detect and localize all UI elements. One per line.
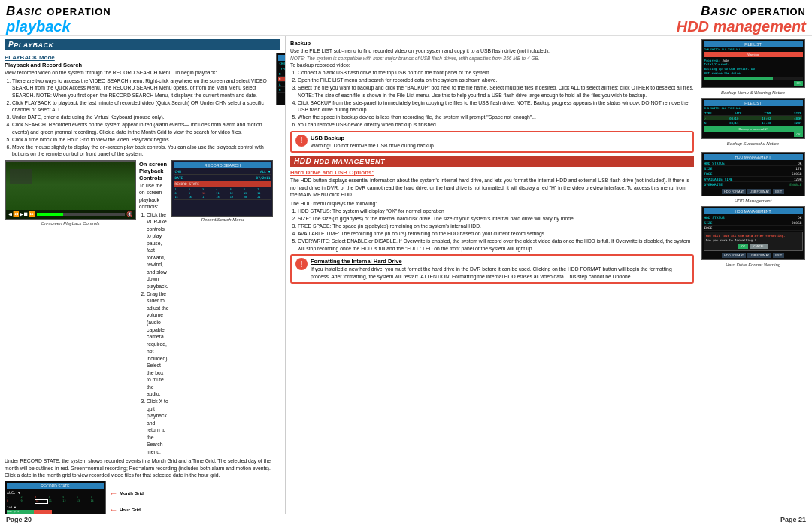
header-right: BASIC OPERATION HDD management [677,3,806,34]
playback-step-6: Move the mouse slightly to display the o… [12,144,273,158]
backup-success-bar: Backup is successful! [704,126,803,132]
backup-step-2: Open the FILE LIST menu and search for r… [298,77,694,84]
hdd-exit-btn2[interactable]: EXIT [773,253,784,258]
hdd-section-header: HDD HDD Management [290,156,694,167]
menu-title: RECORD SEARCH [174,162,271,168]
left-header-title: BASIC OPERATION [6,3,111,19]
backup-menu-label: Backup Menu & Warning Notice [721,90,785,95]
backup-progress-fill [704,77,773,80]
progress-bar[interactable] [37,213,125,216]
menu-row-3: RECORD STATE [174,181,271,187]
format-warning-icon: ! [295,258,308,270]
hdd-format-screen: HDD MANAGEMENT HDD STATUSOK SIZE260GB FR… [701,206,805,260]
mute-button[interactable]: 🔇 [126,211,133,217]
onscreen-step-2: Drag the slider to adjust the volume (au… [147,290,168,398]
playback-step-5: Click a time block in the Hour Grid to v… [12,136,273,144]
backup-success-btn-row: OK [704,132,803,137]
record-state-note: Under RECORD STATE, the system shows rec… [5,457,273,479]
page-footer: Page 20 Page 21 [0,514,812,525]
playback-screen-container: 07/07/2011 16:00:26 ⏮ ⏪ ▶ ⏹ ⏩ [5,160,136,227]
hdd-display-3: FREE SPACE: The space (in gigabytes) rem… [298,223,694,230]
hdd-format-btn-row: HDD FORMAT USB FORMAT EXIT [704,253,803,258]
playback-step-2: Click PLAYBACK to playback the last minu… [12,99,273,114]
playback-section-header: PPlayback [5,39,280,50]
fl-row-2: N08/1014:30320M [278,77,286,82]
menu-row-1: CHNALL ▼ [174,169,271,175]
playback-intro: View recorded video on the system throug… [5,69,273,77]
hdd-usb-btn2[interactable]: USB FORMAT [747,253,771,258]
backup-step-4: Click BACKUP from the side-panel to imme… [298,99,694,114]
hdd-display-5: OVERWRITE: Select ENABLE or DISABLE. If … [298,238,694,252]
playback-screen: 07/07/2011 16:00:26 ⏮ ⏪ ▶ ⏹ ⏩ [5,160,136,220]
hdd-free-row: FREE500GB [704,171,803,177]
playback-step-1: There are two ways to access the VIDEO S… [12,77,273,99]
file-list-screen: FILE LIST CHN SWITCH ALL TYPE ALL FILE T… [276,53,286,105]
backup-top-header: CHN SWITCH ALL TYPE ALL [704,48,803,51]
hdd-usb-btn[interactable]: USB FORMAT [747,189,771,194]
backup-success-screen: FILE LIST CHN SWITCH ALL TYPE ALL TYPEDA… [701,98,805,139]
stop-button[interactable]: ⏹ [23,211,29,217]
left-header-subtitle: playback [6,19,111,34]
format-warning-content: Formatting the Internal Hard Drive If yo… [311,258,689,280]
header-left: BASIC OPERATION playback [6,3,111,34]
hdd-overwrite-row: OVERWRITEENABLE [704,182,803,187]
hdd-intro: The HDD button displays essential inform… [290,177,694,199]
fl-row-3: A08/1016:45128M [278,82,286,87]
backup-success-ok[interactable]: OK [794,132,802,137]
warning-icon: ! [295,135,308,147]
right-top: Backup Use the FILE LIST sub-menu to fin… [290,39,807,286]
record-state-container: RECORD STATE AUG. ▼ 1234567 891011121314… [5,481,106,514]
right-sidebar: FILE LIST CHN SWITCH ALL TYPE ALL Warnin… [698,39,807,286]
onscreen-step-1: Click the VCR-like controls to play, pau… [147,211,168,290]
forward-button[interactable]: ⏩ [29,211,35,217]
backup-success-label: Backup Successful Notice [727,141,779,146]
prev-button[interactable]: ⏮ [8,211,13,217]
record-search-menu: RECORD SEARCH CHNALL ▼ DATE07/2011 RECOR… [171,160,273,217]
format-ok-btn[interactable]: OK [738,244,748,249]
backup-step-6: You can remove USB device directly when … [298,121,694,129]
backup-ok-btn[interactable]: OK [794,81,802,86]
right-column: Backup Use the FILE LIST sub-menu to fin… [286,36,812,514]
hdd-display-4: AVAILABLE TIME: The recording time (in h… [298,230,694,238]
fl-row-4: N08/1108:15256M [278,87,286,93]
left-main: PLAYBACK Mode Playback and Record Search… [5,53,273,514]
month-grid-indicator: ← Month Grid [109,488,144,499]
page-left: Page 20 [6,516,32,523]
hdd-management-screen: HDD MANAGEMENT HDD STATUSOK SIZE1TB FREE… [701,152,805,196]
format-warning-title: Formatting the Internal Hard Drive [311,258,689,265]
backup-step-1: Connect a blank USB flash drive to the t… [298,69,694,77]
fl-header: CHN SWITCH ALL TYPE ALL FILE [278,62,286,65]
left-two-col: PLAYBACK Mode Playback and Record Search… [5,53,280,514]
left-column: PPlayback PLAYBACK Mode Playback and Rec… [0,36,286,514]
hdd-format-btn[interactable]: HDD FORMAT [722,189,746,194]
grid-labels-container: ← Month Grid ← Hour Grid [109,488,144,514]
hour-grid-label: Hour Grid [120,508,141,512]
right-main: Backup Use the FILE LIST sub-menu to fin… [290,39,694,286]
format-warning-text: If you installed a new hard drive, you m… [311,266,689,280]
hdd-format-btn2[interactable]: HDD FORMAT [722,253,746,258]
format-dialog-btns: OK CANCEL [706,244,801,249]
rewind-button[interactable]: ⏪ [13,211,20,217]
page-right: Page 21 [780,516,806,523]
hdd-mgmt-title: HDD MANAGEMENT [704,154,803,160]
hdd-avail-row: AVAILABLE TIME120H [704,177,803,182]
hdd-format-dialog: You will lose all the data after formatt… [704,232,803,251]
backup-success-content: TYPEDATETIMESIZE ✓08/1010:02480M N08/111… [704,110,803,126]
playback-steps-list: There are two ways to access the VIDEO S… [5,77,273,158]
hdd-displays-list: HDD STATUS: The system will display "OK"… [290,208,694,252]
hdd-exit-btn[interactable]: EXIT [773,189,784,194]
backup-title: Backup [290,40,694,47]
usb-backup-warning: ! USB Backup Warning!. Do not remove the… [290,131,694,153]
playback-record-title: Playback and Record Search [5,62,273,68]
format-cancel-btn[interactable]: CANCEL [750,244,767,249]
onscreen-steps-list: Click the VCR-like controls to play, pau… [139,211,168,456]
onscreen-controls-title: On-screen Playback Controls [139,161,168,181]
backup-step-3: Select the file you want to backup and c… [298,84,694,99]
onscreen-step-3: Click X to quit playback and return to t… [147,398,168,455]
hdd-display-2: SIZE: The size (in gigabytes) of the int… [298,215,694,223]
backup-step-5: When the space in backup device is less … [298,114,694,121]
hdd-format-label: Hard Drive Format Warning [726,262,780,267]
usb-backup-text: Warning!. Do not remove the USB drive du… [311,142,689,150]
backup-text: Use the FILE LIST sub-menu to find recor… [290,47,694,55]
fl-row-header: TYPEDATETIMESIZE [278,66,286,71]
